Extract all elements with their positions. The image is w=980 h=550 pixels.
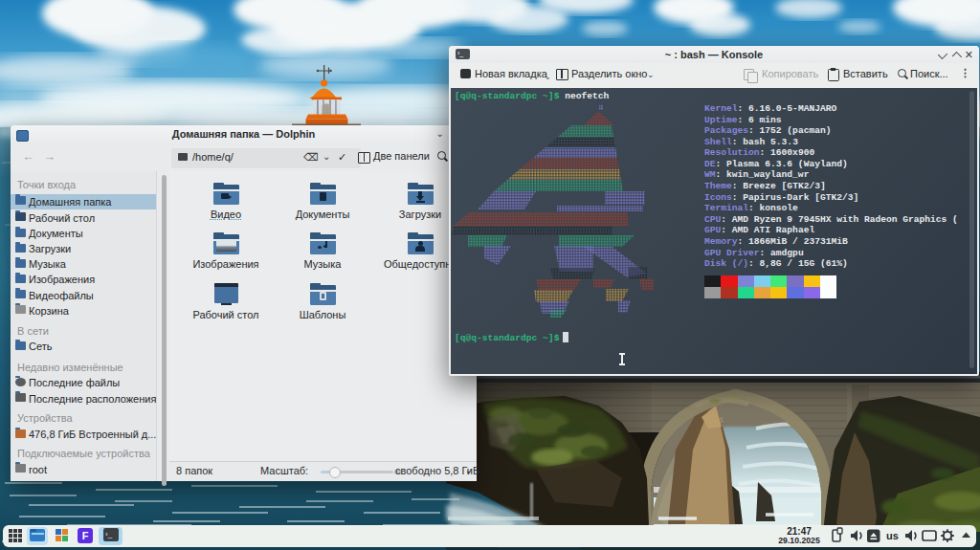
svg-text:us: us [886, 530, 899, 541]
